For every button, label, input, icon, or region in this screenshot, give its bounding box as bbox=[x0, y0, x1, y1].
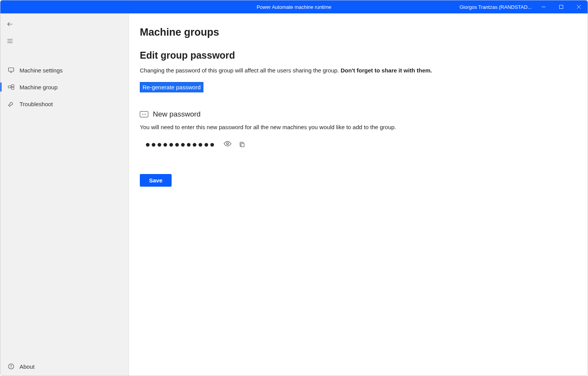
section-title: Edit group password bbox=[140, 50, 577, 61]
show-password-icon[interactable] bbox=[224, 141, 231, 148]
svg-rect-13 bbox=[11, 87, 14, 89]
save-button[interactable]: Save bbox=[140, 174, 172, 187]
close-button[interactable] bbox=[570, 0, 588, 13]
maximize-button[interactable] bbox=[552, 0, 570, 13]
svg-rect-18 bbox=[241, 143, 244, 147]
about-button[interactable]: About bbox=[0, 357, 129, 376]
monitor-icon bbox=[7, 66, 16, 75]
svg-rect-12 bbox=[11, 85, 14, 87]
nav-label: Machine group bbox=[20, 84, 57, 90]
app-window: Power Automate machine runtime Giorgos T… bbox=[0, 0, 588, 376]
title-bar: Power Automate machine runtime Giorgos T… bbox=[0, 0, 588, 13]
window-title: Power Automate machine runtime bbox=[257, 4, 331, 10]
svg-point-17 bbox=[227, 143, 229, 145]
nav-label: Troubleshoot bbox=[20, 101, 53, 107]
page-title: Machine groups bbox=[140, 26, 577, 38]
regenerate-password-button[interactable]: Re-generate password bbox=[140, 82, 203, 92]
about-label: About bbox=[20, 363, 34, 370]
minimize-button[interactable] bbox=[535, 0, 552, 13]
new-password-label: New password bbox=[153, 110, 201, 118]
password-row: ●●●●●●●●●●●● bbox=[140, 140, 577, 149]
group-icon bbox=[7, 82, 16, 92]
password-icon bbox=[140, 111, 148, 117]
new-password-section: New password You will need to enter this… bbox=[140, 110, 577, 187]
sidebar: Machine settings Machine group Troublesh… bbox=[0, 13, 129, 376]
nav-troubleshoot[interactable]: Troubleshoot bbox=[0, 95, 129, 112]
nav-machine-group[interactable]: Machine group bbox=[0, 79, 129, 95]
new-password-heading: New password bbox=[140, 110, 577, 118]
desc-text: Changing the password of this group will… bbox=[140, 67, 341, 74]
main-content: Machine groups Edit group password Chang… bbox=[129, 13, 588, 376]
new-password-description: You will need to enter this new password… bbox=[140, 124, 577, 130]
sidebar-nav: Machine settings Machine group Troublesh… bbox=[0, 62, 129, 112]
user-name[interactable]: Giorgos Trantzas (RANDSTAD... bbox=[460, 4, 532, 10]
back-button[interactable] bbox=[0, 16, 17, 32]
svg-point-16 bbox=[11, 365, 11, 365]
nav-label: Machine settings bbox=[20, 67, 63, 74]
app-body: Machine settings Machine group Troublesh… bbox=[0, 13, 588, 376]
svg-rect-8 bbox=[8, 68, 14, 71]
hamburger-button[interactable] bbox=[0, 33, 17, 49]
info-icon bbox=[7, 362, 16, 371]
copy-password-icon[interactable] bbox=[239, 141, 246, 148]
desc-strong: Don't forget to share it with them. bbox=[341, 67, 432, 74]
section-description: Changing the password of this group will… bbox=[140, 67, 577, 74]
wrench-icon bbox=[7, 99, 16, 108]
svg-rect-11 bbox=[8, 86, 11, 88]
nav-machine-settings[interactable]: Machine settings bbox=[0, 62, 129, 79]
sidebar-top bbox=[0, 13, 129, 50]
window-controls bbox=[535, 0, 588, 13]
password-value: ●●●●●●●●●●●● bbox=[145, 140, 215, 149]
svg-rect-1 bbox=[560, 5, 563, 9]
